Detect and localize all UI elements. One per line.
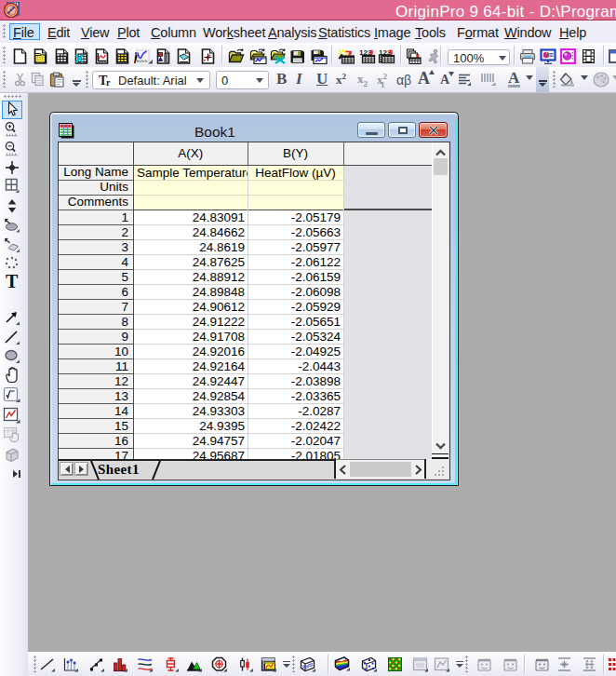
svg-text:r: r	[106, 77, 111, 88]
